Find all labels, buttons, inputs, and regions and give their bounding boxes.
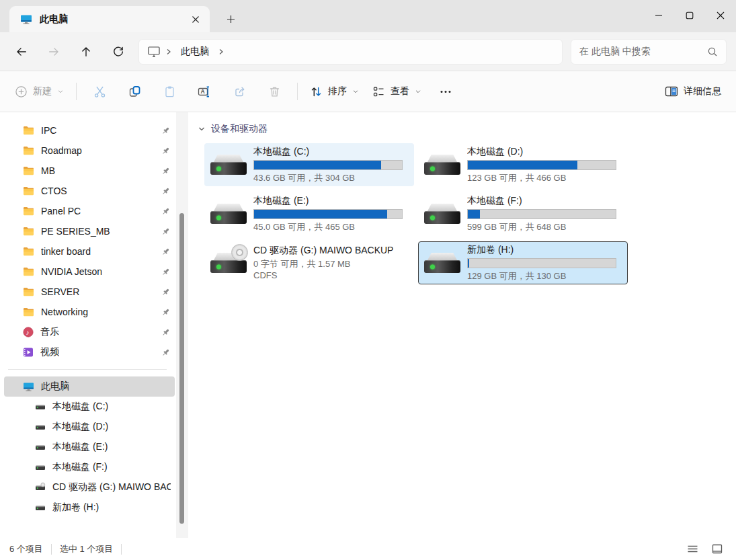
capacity-bar bbox=[467, 258, 616, 268]
chevron-down-icon[interactable] bbox=[198, 125, 206, 133]
rename-button[interactable]: A bbox=[187, 78, 222, 105]
sidebar-item-roadmap[interactable]: Roadmap bbox=[4, 141, 176, 161]
sidebar-item-label: CTOS bbox=[41, 186, 67, 196]
sidebar-drive-list: 本地磁盘 (C:)本地磁盘 (D:)本地磁盘 (E:)本地磁盘 (F:)CD 驱… bbox=[0, 397, 176, 518]
pin-icon[interactable] bbox=[161, 247, 171, 257]
sidebar-item-音乐[interactable]: ♪音乐 bbox=[4, 322, 176, 342]
scrollbar-thumb[interactable] bbox=[179, 213, 184, 524]
sort-button[interactable]: 排序 bbox=[303, 78, 366, 105]
sidebar-item-ipc[interactable]: IPC bbox=[4, 120, 176, 141]
sidebar-item-pe-series_mb[interactable]: PE SERIES_MB bbox=[4, 221, 176, 241]
pin-icon[interactable] bbox=[161, 146, 171, 156]
new-tab-button[interactable] bbox=[220, 9, 241, 29]
view-button[interactable]: 查看 bbox=[366, 78, 428, 105]
search-icon bbox=[707, 46, 718, 57]
chevron-right-icon[interactable] bbox=[165, 48, 173, 56]
drive-tile-F[interactable]: 本地磁盘 (F:)599 GB 可用，共 648 GB bbox=[418, 192, 628, 235]
pin-icon[interactable] bbox=[161, 227, 171, 237]
trash-icon bbox=[268, 85, 281, 98]
pin-icon[interactable] bbox=[161, 166, 171, 176]
maximize-icon[interactable] bbox=[674, 0, 705, 31]
content-pane: 设备和驱动器 本地磁盘 (C:)43.6 GB 可用，共 304 GB本地磁盘 … bbox=[188, 112, 736, 538]
sidebar-item-networking[interactable]: Networking bbox=[4, 302, 176, 322]
sidebar-item-mb[interactable]: MB bbox=[4, 161, 176, 181]
drive-name: 本地磁盘 (F:) bbox=[467, 195, 616, 207]
capacity-bar bbox=[467, 209, 616, 219]
large-icons-view-icon[interactable] bbox=[712, 544, 723, 554]
hard-drive-icon bbox=[35, 442, 46, 452]
drive-tile-H[interactable]: 新加卷 (H:)129 GB 可用，共 130 GB bbox=[418, 241, 628, 284]
tab-close-icon[interactable] bbox=[187, 11, 204, 28]
sidebar-item-label: 音乐 bbox=[40, 326, 59, 338]
minimize-icon[interactable] bbox=[643, 0, 674, 31]
sidebar-drive-E[interactable]: 本地磁盘 (E:) bbox=[4, 437, 176, 457]
delete-button[interactable] bbox=[257, 78, 292, 105]
more-button[interactable] bbox=[428, 78, 463, 105]
drive-detail: 123 GB 可用，共 466 GB bbox=[467, 173, 616, 184]
hard-drive-icon bbox=[423, 198, 462, 229]
group-header-label: 设备和驱动器 bbox=[211, 123, 268, 135]
forward-button[interactable] bbox=[42, 40, 66, 64]
hard-drive-icon bbox=[209, 149, 248, 180]
details-view-icon[interactable] bbox=[687, 544, 698, 554]
refresh-button[interactable] bbox=[106, 40, 130, 64]
sidebar-item-tinker-board[interactable]: tinker board bbox=[4, 241, 176, 262]
sidebar-drive-H[interactable]: 新加卷 (H:) bbox=[4, 497, 176, 518]
group-header[interactable]: 设备和驱动器 bbox=[198, 123, 736, 135]
sidebar-item-视频[interactable]: 视频 bbox=[4, 342, 176, 362]
search-box[interactable]: 在 此电脑 中搜索 bbox=[571, 39, 727, 65]
view-button-label: 查看 bbox=[391, 85, 409, 97]
drive-tile-E[interactable]: 本地磁盘 (E:)45.0 GB 可用，共 465 GB bbox=[204, 192, 414, 235]
pin-icon[interactable] bbox=[161, 287, 171, 297]
sidebar-drive-G[interactable]: CD 驱动器 (G:) MAIWO BAC bbox=[4, 477, 176, 497]
back-button[interactable] bbox=[9, 40, 34, 64]
sidebar-item-label: PE SERIES_MB bbox=[41, 226, 110, 237]
sidebar-drive-C[interactable]: 本地磁盘 (C:) bbox=[4, 397, 176, 417]
cut-button[interactable] bbox=[82, 78, 117, 105]
hard-drive-icon bbox=[35, 401, 46, 412]
sidebar-item-label: Networking bbox=[41, 307, 88, 317]
drive-tile-C[interactable]: 本地磁盘 (C:)43.6 GB 可用，共 304 GB bbox=[204, 143, 414, 186]
details-pane-button[interactable]: 详细信息 bbox=[658, 78, 728, 105]
cd-drive-icon bbox=[35, 482, 46, 493]
sidebar-drive-D[interactable]: 本地磁盘 (D:) bbox=[4, 417, 176, 437]
folder-icon bbox=[23, 307, 34, 317]
sidebar-item-label: Roadmap bbox=[41, 145, 82, 156]
sidebar-scrollbar[interactable] bbox=[176, 112, 188, 538]
address-bar[interactable]: 此电脑 bbox=[138, 39, 563, 65]
sidebar-item-panel-pc[interactable]: Panel PC bbox=[4, 201, 176, 221]
item-count: 6 个项目 bbox=[9, 543, 43, 555]
pin-icon[interactable] bbox=[161, 327, 171, 337]
pin-icon[interactable] bbox=[161, 348, 171, 358]
cd-drive-icon bbox=[209, 247, 248, 278]
pin-icon[interactable] bbox=[161, 307, 171, 317]
pin-icon[interactable] bbox=[161, 206, 171, 216]
sidebar-pinned-list: IPCRoadmapMBCTOSPanel PCPE SERIES_MBtink… bbox=[0, 120, 176, 362]
sidebar-drive-F[interactable]: 本地磁盘 (F:) bbox=[4, 457, 176, 477]
sort-icon bbox=[310, 85, 323, 98]
share-icon bbox=[233, 85, 246, 98]
tab-this-pc[interactable]: 此电脑 bbox=[9, 6, 210, 32]
details-panel-icon bbox=[665, 85, 678, 97]
pin-icon[interactable] bbox=[161, 267, 171, 277]
pin-icon[interactable] bbox=[161, 186, 171, 196]
paste-button[interactable] bbox=[152, 78, 187, 105]
copy-button[interactable] bbox=[117, 78, 152, 105]
drive-name: CD 驱动器 (G:) MAIWO BACKUP bbox=[253, 245, 403, 257]
navigation-bar: 此电脑 在 此电脑 中搜索 bbox=[0, 32, 736, 71]
drive-tile-G[interactable]: CD 驱动器 (G:) MAIWO BACKUP0 字节 可用，共 1.57 M… bbox=[204, 241, 414, 284]
sidebar-item-server[interactable]: SERVER bbox=[4, 282, 176, 302]
sidebar-item-nvidia-jetson[interactable]: NVIDIA Jetson bbox=[4, 262, 176, 282]
drive-tile-D[interactable]: 本地磁盘 (D:)123 GB 可用，共 466 GB bbox=[418, 143, 628, 186]
up-button[interactable] bbox=[74, 40, 98, 64]
breadcrumb-item-this-pc[interactable]: 此电脑 bbox=[177, 44, 213, 59]
sidebar-item-label: tinker board bbox=[41, 246, 91, 257]
new-button[interactable]: 新建 bbox=[8, 78, 71, 105]
hard-drive-icon bbox=[423, 247, 462, 278]
sidebar-item-ctos[interactable]: CTOS bbox=[4, 181, 176, 201]
sidebar-item-this-pc[interactable]: 此电脑 bbox=[4, 376, 175, 397]
pin-icon[interactable] bbox=[161, 126, 171, 136]
chevron-right-icon[interactable] bbox=[217, 48, 225, 56]
share-button[interactable] bbox=[222, 78, 257, 105]
close-icon[interactable] bbox=[705, 0, 736, 31]
